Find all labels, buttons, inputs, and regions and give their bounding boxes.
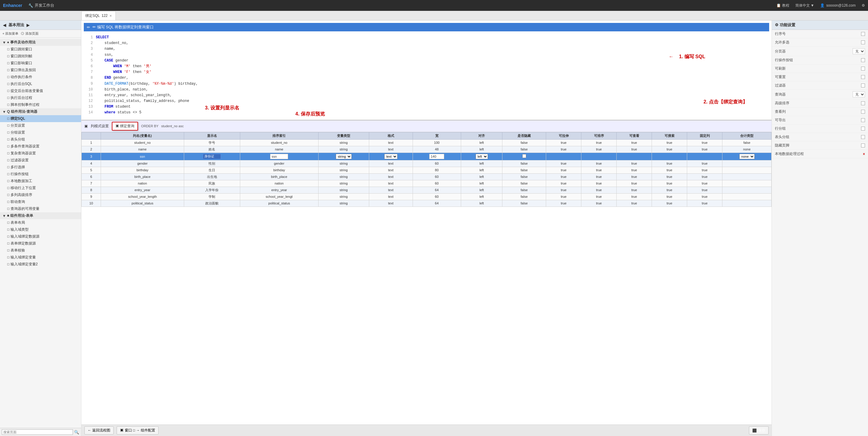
sidebar-item-bindsql[interactable]: □ 绑定SQL [0,115,81,122]
checkbox-row-num[interactable] [861,32,865,36]
right-item-filter: 过滤器 [772,81,868,90]
settings-icon[interactable]: ⚙ [862,3,865,7]
sidebar-item-query-vars[interactable]: □ 查询器的可用变量 [0,205,81,212]
col-settings-header: ▣ 列模式设置 ▣ 绑定查询 ORDER BY student_no asc 3… [82,121,772,132]
right-item-hide-footer: 隐藏页脚 [772,141,868,150]
sidebar-item-submit-change[interactable]: □ 提交后台前改变量值 [0,87,81,94]
checkbox-view-col[interactable] [861,110,865,114]
sidebar-item-input-var2[interactable]: □ 输入域绑定变量2 [0,261,81,268]
sidebar-item-header-group[interactable]: □ 表头分组 [0,136,81,143]
tree-section-form[interactable]: ▼ ■ 组件用法-表单 [0,212,81,219]
order-by-text: ORDER BY student_no asc [141,124,184,128]
bind-query-button[interactable]: ▣ 绑定查询 [112,122,138,130]
back-button[interactable]: ← 返回流程图 [84,426,114,435]
checkbox-resettable[interactable] [861,75,865,79]
right-panel-header: ⚙ 功能设置 [772,21,868,30]
col-header-stretchable: 可拉伸 [546,132,581,139]
select-query[interactable]: 无有 [852,91,865,97]
checkbox-advanced-sort[interactable] [861,101,865,105]
col-settings-panel: ▣ 列模式设置 ▣ 绑定查询 ORDER BY student_no asc 3… [82,120,772,425]
sidebar-item-multi-sort[interactable]: □ 多列高级排序 [0,192,81,198]
save-button[interactable]: ⬛ 保存 [749,426,769,435]
sql-editor: ✏ ✏ 编写 SQL 将数据绑定到查询窗口 1SELECT 2 student_… [82,21,772,120]
select-pager[interactable]: 无有 [852,48,865,54]
sidebar-item-input-var[interactable]: □ 输入域绑定变量 [0,254,81,261]
sidebar-item-form-validate[interactable]: □ 表单校验 [0,247,81,254]
sidebar-item-multi-query[interactable]: □ 多条件查询器设置 [0,143,81,150]
sidebar-item-action-condition[interactable]: □ 动作执行条件 [0,74,81,81]
right-panel: ⚙ 功能设置 行序号 允许多选 分页器 无有 行操作按钮 可刷新 可 [772,21,868,436]
sidebar-item-window-jump[interactable]: □ 窗口跳转窗口 [0,46,81,53]
col-header-totaltype: 合计类型 [722,132,772,139]
topbar-right: 📋 教程 简体中文 ▼ 👤 soooon@126.com ⚙ [776,3,865,8]
tutorial-link[interactable]: 📋 教程 [776,3,789,8]
sidebar-item-move-row[interactable]: □ 移动行上下位置 [0,184,81,192]
sql-code-area[interactable]: 1SELECT 2 student_no, 3 name, 4 ssn, 5 C… [84,33,769,117]
right-item-local-proc: 本地数据处理过程 × [772,150,868,158]
tab-bindsql[interactable]: 绑定SQL 122 ✕ [82,11,116,20]
sidebar-item-window-affect[interactable]: □ 窗口影响窗口 [0,60,81,67]
tree-section-events[interactable]: ▼ ● 事件及动作用法 [0,39,81,46]
col-header-width: 宽 [412,132,461,139]
search-button[interactable]: 🔍 [74,430,79,435]
sidebar-search-bar: 🔍 [0,428,81,436]
checkbox-row-btn[interactable] [861,58,865,62]
sidebar-toolbar: + 添加菜单 ◎ 添加页面 [0,30,81,38]
window-config-button[interactable]: ▣ 窗口 □ → 组件配置 [117,426,158,435]
tab-close[interactable]: ✕ [110,14,112,18]
checkbox-header-group[interactable] [861,135,865,139]
sidebar-item-filter[interactable]: □ 过滤器设置 [0,157,81,164]
sidebar-item-execute-proc[interactable]: □ 执行后台过程 [0,94,81,101]
right-item-multi-select: 允许多选 [772,38,868,47]
data-table-container: 列名(变量名) 显示名 排序索引 变量类型 格式 宽 对齐 是否隐藏 可拉伸 可… [82,132,772,425]
tab-number: 122 [101,13,107,18]
save-icon: ⬛ [752,429,757,433]
right-item-query: 查询器 无有 [772,90,868,99]
sidebar-item-window-frame[interactable]: □ 窗口跳转到帧 [0,53,81,60]
checkbox-multi-select[interactable] [861,40,865,44]
col-header-num [82,132,101,139]
sidebar-item-script-event[interactable]: □ 脚本控制事件过程 [0,101,81,108]
right-item-resettable: 可重置 [772,73,868,81]
sql-editor-header: ✏ ✏ 编写 SQL 将数据绑定到查询窗口 [84,23,769,31]
sidebar-item-input-datasource[interactable]: □ 输入域绑定数据源 [0,233,81,240]
col-header-sortable: 可排序 [581,132,617,139]
col-mode-icon: ▣ [84,124,88,128]
sidebar-item-row-btn[interactable]: □ 行操作按钮 [0,171,81,178]
bottom-toolbar: ← 返回流程图 ▣ 窗口 □ → 组件配置 ⬛ 保存 [82,425,772,436]
checkbox-filter[interactable] [861,84,865,87]
right-item-view-col: 查看列 [772,108,868,116]
add-menu-button[interactable]: + 添加菜单 [2,31,19,36]
close-local-proc[interactable]: × [863,152,865,156]
right-item-row-btn: 行操作按钮 [772,56,868,64]
sidebar-item-input-type[interactable]: □ 输入域类型 [0,226,81,233]
logo: Enhancer [3,3,22,8]
sidebar-item-complex-query[interactable]: □ 复杂查询器设置 [0,150,81,157]
checkbox-hide-footer[interactable] [861,144,865,147]
add-page-button[interactable]: ◎ 添加页面 [21,31,38,36]
tree-section-query[interactable]: ▼ Q 组件用法-查询器 [0,108,81,115]
sidebar-item-execute-sql[interactable]: □ 执行后台SQL [0,81,81,87]
sidebar-item-pagination[interactable]: □ 分页设置 [0,122,81,129]
sidebar-item-multi-select[interactable]: □ 多行选择 [0,164,81,171]
right-item-advanced-sort: 高级排序 [772,99,868,108]
sidebar-item-linked-query[interactable]: □ 联动查询 [0,198,81,205]
sidebar-item-form-layout[interactable]: □ 表单布局 [0,219,81,226]
col-header-vartype: 变量类型 [318,132,369,139]
tree-expand-icon2: ▼ [2,110,6,114]
right-item-header-group: 表头分组 [772,133,868,141]
sidebar-item-local-data[interactable]: □ 本地数据加工 [0,178,81,184]
sidebar: ◀ 基本用法 ▶ + 添加菜单 ◎ 添加页面 ▼ ● 事件及动作用法 □ 窗口跳… [0,21,82,436]
language-selector[interactable]: 简体中文 ▼ [795,3,814,8]
sidebar-item-window-popup[interactable]: □ 窗口弹出及按回 [0,67,81,74]
checkbox-refreshable[interactable] [861,67,865,70]
col-header-display: 显示名 [184,132,240,139]
sidebar-header: ◀ 基本用法 ▶ [0,21,81,30]
user-info[interactable]: 👤 soooon@126.com [820,3,856,7]
sidebar-item-grouping[interactable]: □ 分组设置 [0,129,81,136]
sidebar-item-form-datasource[interactable]: □ 表单绑定数据源 [0,240,81,247]
workbench-label[interactable]: 🔧 开发工作台 [28,3,54,8]
checkbox-row-group[interactable] [861,127,865,130]
checkbox-export[interactable] [861,118,865,122]
search-input[interactable] [2,429,73,435]
